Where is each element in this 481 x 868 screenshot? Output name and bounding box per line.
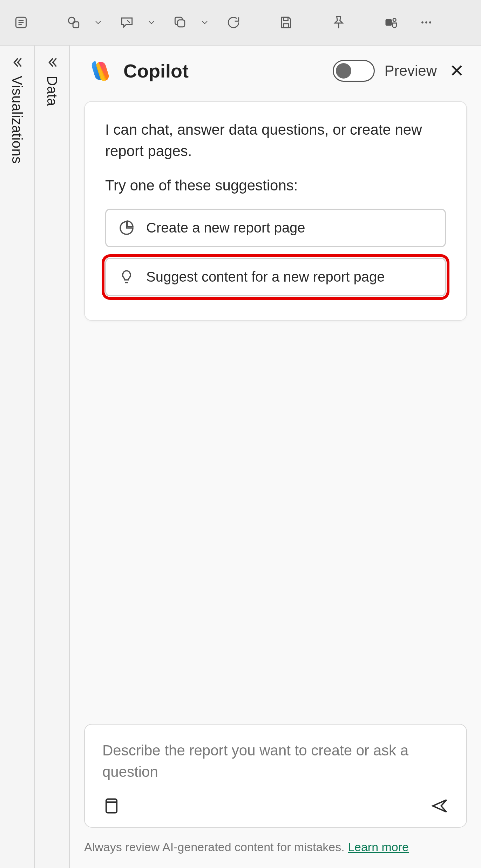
comment-icon[interactable]: [116, 11, 138, 34]
suggestion-create-report[interactable]: Create a new report page: [105, 209, 446, 247]
expand-data-icon[interactable]: [45, 55, 59, 69]
copy-icon[interactable]: [169, 11, 191, 34]
copilot-intro-card: I can chat, answer data questions, or cr…: [84, 101, 467, 321]
svg-point-15: [429, 21, 431, 23]
refresh-icon[interactable]: [222, 11, 245, 34]
learn-more-link[interactable]: Learn more: [348, 840, 409, 854]
shapes-icon[interactable]: [62, 11, 85, 34]
svg-rect-6: [178, 20, 185, 27]
preview-toggle[interactable]: [333, 60, 375, 82]
svg-rect-8: [284, 24, 289, 28]
prompt-input[interactable]: Describe the report you want to create o…: [102, 740, 449, 783]
copilot-title: Copilot: [123, 60, 189, 82]
visualizations-tab[interactable]: Visualizations: [9, 74, 25, 164]
teams-icon[interactable]: T: [380, 11, 402, 34]
save-icon[interactable]: [275, 11, 297, 34]
copilot-footnote: Always review AI-generated content for m…: [84, 840, 467, 854]
copilot-prompt-box[interactable]: Describe the report you want to create o…: [84, 724, 467, 828]
outline-panel-icon[interactable]: [10, 11, 32, 34]
svg-rect-17: [106, 799, 117, 813]
more-icon[interactable]: [415, 11, 438, 34]
footnote-text: Always review AI-generated content for m…: [84, 840, 348, 854]
suggestion-suggest-content[interactable]: Suggest content for a new report page: [105, 258, 446, 296]
svg-point-14: [425, 21, 427, 23]
lightbulb-icon: [118, 269, 135, 285]
svg-rect-7: [284, 17, 288, 20]
data-panel: Data: [35, 46, 70, 868]
svg-point-13: [421, 21, 424, 23]
visualizations-panel: Visualizations: [0, 46, 35, 868]
svg-text:T: T: [387, 20, 390, 26]
close-copilot-button[interactable]: ✕: [447, 62, 467, 80]
suggestion-label: Suggest content for a new report page: [146, 269, 385, 285]
copilot-intro-text: I can chat, answer data questions, or cr…: [105, 119, 446, 162]
shapes-dropdown-icon[interactable]: [90, 11, 106, 34]
svg-point-12: [393, 18, 396, 21]
copy-dropdown-icon[interactable]: [197, 11, 212, 34]
prompt-guide-icon[interactable]: [102, 797, 121, 815]
expand-visualizations-icon[interactable]: [10, 55, 24, 69]
preview-label: Preview: [385, 62, 437, 79]
suggestion-label: Create a new report page: [146, 220, 305, 236]
data-tab[interactable]: Data: [44, 74, 60, 106]
comment-dropdown-icon[interactable]: [144, 11, 159, 34]
copilot-pane: Copilot Preview ✕ I can chat, answer dat…: [70, 46, 481, 868]
copilot-try-label: Try one of these suggestions:: [105, 175, 446, 196]
copilot-header: Copilot Preview ✕: [87, 58, 467, 84]
pin-icon[interactable]: [327, 11, 350, 34]
piechart-icon: [118, 220, 135, 236]
svg-point-4: [68, 17, 75, 23]
copilot-logo-icon: [87, 58, 114, 84]
top-toolbar: T: [0, 0, 481, 46]
send-icon[interactable]: [431, 797, 449, 815]
